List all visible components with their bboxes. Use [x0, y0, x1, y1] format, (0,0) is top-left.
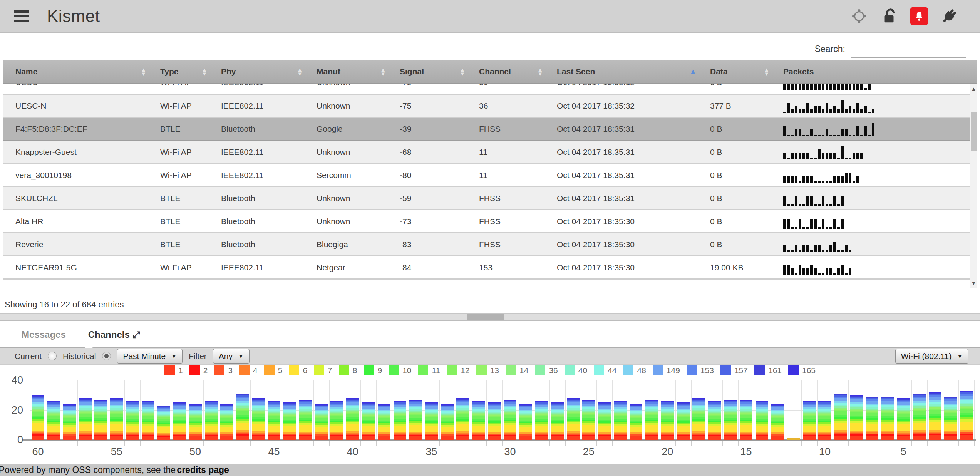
column-header-phy[interactable]: Phy▲▼ [215, 60, 310, 83]
stacked-bar [472, 401, 485, 440]
alerts-bell-icon[interactable] [910, 7, 928, 25]
axis-tick [329, 441, 330, 446]
tab-channels[interactable]: Channels ⤢ [88, 329, 140, 340]
stacked-bar [488, 402, 501, 440]
cell: IEEE802.11 [215, 94, 310, 117]
device-row-f4-f5-d8-3f-dc-ef[interactable]: F4:F5:D8:3F:DC:EFBTLEBluetoothGoogle-39F… [3, 117, 977, 141]
device-row-uesc-n[interactable]: UESC-NWi-Fi APIEEE802.11Unknown-7536Oct … [3, 94, 977, 117]
column-header-packets[interactable]: Packets [777, 60, 977, 83]
axis-tick [109, 441, 109, 446]
stacked-bar [110, 398, 123, 440]
current-radio[interactable] [48, 352, 57, 360]
filter-select[interactable]: Any▼ [213, 349, 250, 364]
column-header-last-seen[interactable]: Last Seen▲ [551, 60, 704, 83]
stacked-bar [913, 394, 926, 440]
stacked-bar [929, 392, 941, 440]
cell: Netgear [310, 256, 394, 279]
axis-tick [203, 441, 204, 446]
axis-tick [250, 441, 251, 446]
axis-tick [518, 441, 518, 446]
stacked-bar [881, 397, 894, 440]
axis-tick [754, 441, 754, 446]
axis-tick [360, 441, 361, 446]
stacked-bar [378, 404, 390, 440]
axis-tick [298, 441, 298, 446]
gps-crosshair-icon[interactable] [850, 7, 868, 25]
panel-splitter[interactable] [0, 313, 980, 321]
axis-tick [927, 441, 928, 446]
panel-tabs: Messages Channels ⤢ [0, 322, 980, 348]
axis-tick [62, 441, 62, 446]
axis-tick [156, 441, 156, 446]
packets-sparkline [777, 233, 977, 256]
axis-tick [958, 441, 959, 446]
splitter-grip[interactable] [467, 314, 504, 320]
cell: Oct 04 2017 18:35:30 [551, 210, 704, 233]
x-axis-label: 55 [103, 446, 130, 458]
column-header-channel[interactable]: Channel▲▼ [473, 60, 551, 83]
cell: -75 [394, 94, 473, 117]
device-row-alta-hr[interactable]: Alta HRBTLEBluetoothUnknown-73FHSSOct 04… [3, 210, 977, 233]
column-header-type[interactable]: Type▲▼ [154, 60, 215, 83]
stacked-bar [614, 401, 627, 440]
scroll-up-icon[interactable]: ▲ [970, 84, 977, 94]
axis-tick [439, 441, 440, 446]
app-title: Kismet [47, 7, 100, 26]
phy-select[interactable]: Wi-Fi (802.11)▼ [895, 349, 968, 364]
device-row-vera-30010198[interactable]: vera_30010198Wi-Fi APIEEE802.11Sercomm-8… [3, 164, 977, 187]
stacked-bar [394, 401, 406, 440]
sort-arrows-icon: ▲▼ [380, 67, 386, 76]
cell: Bluetooth [215, 117, 310, 141]
cell: 0 B [704, 164, 777, 187]
scrollbar-thumb[interactable] [971, 112, 977, 151]
cell: 0 B [704, 117, 777, 141]
cell: Unknown [310, 84, 394, 94]
scroll-down-icon[interactable]: ▼ [970, 279, 977, 288]
cell: Sercomm [310, 164, 394, 187]
axis-tick [282, 441, 282, 446]
datasource-plug-icon[interactable] [940, 7, 958, 25]
cell: F4:F5:D8:3F:DC:EF [3, 117, 154, 141]
search-input[interactable] [851, 40, 966, 58]
axis-tick [266, 441, 266, 446]
axis-tick [549, 441, 550, 446]
cell: Oct 04 2017 18:35:30 [551, 233, 704, 256]
cell: 0 B [704, 233, 777, 256]
menu-hamburger-icon[interactable] [14, 10, 29, 22]
cell: -73 [394, 210, 473, 233]
cell: Google [310, 117, 394, 141]
column-header-manuf[interactable]: Manuf▲▼ [310, 60, 394, 83]
cell: -39 [394, 117, 473, 141]
device-row-uesc[interactable]: UESCWi-Fi APIEEE802.11Unknown-7536Oct 04… [3, 84, 977, 94]
device-row-reverie[interactable]: ReverieBTLEBluetoothBluegiga-83FHSSOct 0… [3, 233, 977, 256]
time-range-select[interactable]: Past Minute▼ [117, 349, 183, 364]
y-axis-label: 0 [3, 434, 23, 446]
historical-radio[interactable] [102, 352, 111, 360]
device-table-viewport[interactable]: UESCWi-Fi APIEEE802.11Unknown-7536Oct 04… [3, 84, 977, 288]
stacked-bar [236, 394, 249, 440]
cell: vera_30010198 [3, 164, 154, 187]
column-header-data[interactable]: Data▲▼ [704, 60, 777, 83]
stacked-bar [692, 398, 705, 440]
unlock-icon[interactable] [880, 7, 898, 25]
credits-page-link[interactable]: credits page [177, 465, 229, 475]
axis-tick [534, 441, 534, 446]
tab-messages[interactable]: Messages [22, 329, 66, 340]
stacked-bar [850, 395, 863, 440]
cell: Alta HR [3, 210, 154, 233]
column-header-signal[interactable]: Signal▲▼ [394, 60, 473, 83]
cell: 377 B [704, 94, 777, 117]
device-row-skulchzl[interactable]: SKULCHZLBTLEBluetoothUnknown-59FHSSOct 0… [3, 187, 977, 210]
axis-tick [93, 441, 93, 446]
x-axis-label: 50 [182, 446, 209, 458]
stacked-bar [724, 399, 737, 440]
device-row-netgear91-5g[interactable]: NETGEAR91-5GWi-Fi APIEEE802.11Netgear-84… [3, 256, 977, 279]
device-row-knappster-guest[interactable]: Knappster-GuestWi-Fi APIEEE802.11Unknown… [3, 141, 977, 164]
column-header-name[interactable]: Name▲▼ [3, 60, 154, 83]
search-label: Search: [815, 44, 845, 54]
cell: 11 [473, 141, 551, 164]
historical-label: Historical [63, 352, 96, 361]
table-scrollbar[interactable]: ▲ ▼ [970, 84, 977, 288]
expand-panel-icon[interactable]: ⤢ [133, 329, 140, 340]
axis-tick [770, 441, 770, 446]
